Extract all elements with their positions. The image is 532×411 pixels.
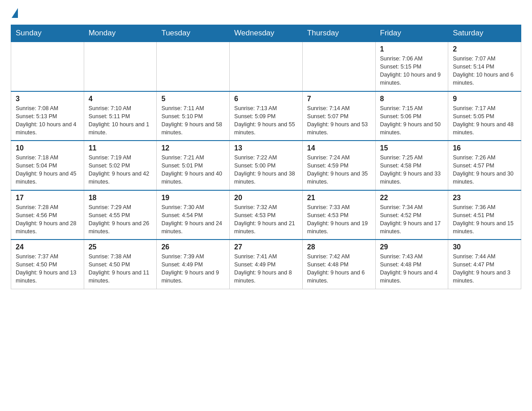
day-number: 19 [161, 194, 225, 202]
calendar-week-5: 24Sunrise: 7:37 AMSunset: 4:50 PMDayligh… [11, 240, 521, 289]
day-info: Sunrise: 7:21 AMSunset: 5:01 PMDaylight:… [161, 154, 225, 186]
day-number: 14 [307, 144, 371, 152]
calendar-week-1: 1Sunrise: 7:06 AMSunset: 5:15 PMDaylight… [11, 42, 521, 91]
weekday-header-sunday: Sunday [11, 25, 84, 42]
calendar-cell: 17Sunrise: 7:28 AMSunset: 4:56 PMDayligh… [11, 190, 84, 240]
day-info: Sunrise: 7:07 AMSunset: 5:14 PMDaylight:… [453, 55, 516, 87]
calendar-cell: 20Sunrise: 7:32 AMSunset: 4:53 PMDayligh… [230, 190, 303, 240]
day-info: Sunrise: 7:41 AMSunset: 4:49 PMDaylight:… [234, 253, 298, 285]
day-info: Sunrise: 7:38 AMSunset: 4:50 PMDaylight:… [89, 253, 152, 285]
day-number: 3 [16, 95, 79, 103]
day-number: 16 [453, 144, 516, 152]
calendar-table: SundayMondayTuesdayWednesdayThursdayFrid… [11, 25, 521, 289]
day-info: Sunrise: 7:17 AMSunset: 5:05 PMDaylight:… [453, 104, 516, 137]
day-number: 18 [89, 194, 152, 202]
calendar-cell: 7Sunrise: 7:14 AMSunset: 5:07 PMDaylight… [302, 91, 375, 141]
calendar-cell: 5Sunrise: 7:11 AMSunset: 5:10 PMDaylight… [157, 91, 230, 141]
day-info: Sunrise: 7:33 AMSunset: 4:53 PMDaylight:… [307, 203, 371, 236]
day-info: Sunrise: 7:42 AMSunset: 4:48 PMDaylight:… [307, 253, 371, 285]
calendar-cell: 22Sunrise: 7:34 AMSunset: 4:52 PMDayligh… [375, 190, 448, 240]
day-number: 15 [380, 144, 444, 152]
day-info: Sunrise: 7:26 AMSunset: 4:57 PMDaylight:… [453, 154, 516, 186]
calendar-cell: 28Sunrise: 7:42 AMSunset: 4:48 PMDayligh… [302, 240, 375, 289]
calendar-cell: 21Sunrise: 7:33 AMSunset: 4:53 PMDayligh… [302, 190, 375, 240]
day-info: Sunrise: 7:08 AMSunset: 5:13 PMDaylight:… [16, 104, 79, 137]
day-info: Sunrise: 7:22 AMSunset: 5:00 PMDaylight:… [234, 154, 298, 186]
calendar-cell [302, 42, 375, 91]
weekday-header-wednesday: Wednesday [230, 25, 303, 42]
day-info: Sunrise: 7:25 AMSunset: 4:58 PMDaylight:… [380, 154, 444, 186]
day-number: 13 [234, 144, 298, 152]
weekday-header-saturday: Saturday [448, 25, 521, 42]
day-number: 7 [307, 95, 371, 103]
calendar-cell: 29Sunrise: 7:43 AMSunset: 4:48 PMDayligh… [375, 240, 448, 289]
calendar-week-2: 3Sunrise: 7:08 AMSunset: 5:13 PMDaylight… [11, 91, 521, 141]
calendar-cell [157, 42, 230, 91]
calendar-week-3: 10Sunrise: 7:18 AMSunset: 5:04 PMDayligh… [11, 141, 521, 190]
day-info: Sunrise: 7:39 AMSunset: 4:49 PMDaylight:… [161, 253, 225, 285]
calendar-cell: 23Sunrise: 7:36 AMSunset: 4:51 PMDayligh… [448, 190, 521, 240]
day-info: Sunrise: 7:37 AMSunset: 4:50 PMDaylight:… [16, 253, 79, 285]
logo-wordmark [11, 8, 19, 18]
day-number: 30 [453, 243, 516, 251]
calendar-cell: 24Sunrise: 7:37 AMSunset: 4:50 PMDayligh… [11, 240, 84, 289]
day-info: Sunrise: 7:36 AMSunset: 4:51 PMDaylight:… [453, 203, 516, 236]
day-info: Sunrise: 7:15 AMSunset: 5:06 PMDaylight:… [380, 104, 444, 137]
weekday-header-monday: Monday [84, 25, 157, 42]
day-number: 6 [234, 95, 298, 103]
calendar-cell: 1Sunrise: 7:06 AMSunset: 5:15 PMDaylight… [375, 42, 448, 91]
calendar-cell: 12Sunrise: 7:21 AMSunset: 5:01 PMDayligh… [157, 141, 230, 190]
weekday-header-tuesday: Tuesday [157, 25, 230, 42]
day-info: Sunrise: 7:19 AMSunset: 5:02 PMDaylight:… [89, 154, 152, 186]
day-number: 5 [161, 95, 225, 103]
calendar-cell: 27Sunrise: 7:41 AMSunset: 4:49 PMDayligh… [230, 240, 303, 289]
calendar-cell: 25Sunrise: 7:38 AMSunset: 4:50 PMDayligh… [84, 240, 157, 289]
calendar-cell: 8Sunrise: 7:15 AMSunset: 5:06 PMDaylight… [375, 91, 448, 141]
day-info: Sunrise: 7:11 AMSunset: 5:10 PMDaylight:… [161, 104, 225, 137]
calendar-cell [11, 42, 84, 91]
day-number: 1 [380, 45, 444, 53]
day-number: 2 [453, 45, 516, 53]
day-info: Sunrise: 7:28 AMSunset: 4:56 PMDaylight:… [16, 203, 79, 236]
day-number: 21 [307, 194, 371, 202]
day-info: Sunrise: 7:30 AMSunset: 4:54 PMDaylight:… [161, 203, 225, 236]
day-info: Sunrise: 7:32 AMSunset: 4:53 PMDaylight:… [234, 203, 298, 236]
page: SundayMondayTuesdayWednesdayThursdayFrid… [0, 0, 532, 411]
calendar-cell: 11Sunrise: 7:19 AMSunset: 5:02 PMDayligh… [84, 141, 157, 190]
calendar-cell [230, 42, 303, 91]
calendar-cell: 4Sunrise: 7:10 AMSunset: 5:11 PMDaylight… [84, 91, 157, 141]
day-number: 23 [453, 194, 516, 202]
header [11, 8, 521, 19]
calendar-cell: 6Sunrise: 7:13 AMSunset: 5:09 PMDaylight… [230, 91, 303, 141]
day-info: Sunrise: 7:14 AMSunset: 5:07 PMDaylight:… [307, 104, 371, 137]
day-info: Sunrise: 7:10 AMSunset: 5:11 PMDaylight:… [89, 104, 152, 137]
day-number: 24 [16, 243, 79, 251]
day-number: 26 [161, 243, 225, 251]
day-number: 29 [380, 243, 444, 251]
day-number: 8 [380, 95, 444, 103]
calendar-week-4: 17Sunrise: 7:28 AMSunset: 4:56 PMDayligh… [11, 190, 521, 240]
calendar-cell: 15Sunrise: 7:25 AMSunset: 4:58 PMDayligh… [375, 141, 448, 190]
calendar-cell: 10Sunrise: 7:18 AMSunset: 5:04 PMDayligh… [11, 141, 84, 190]
day-number: 11 [89, 144, 152, 152]
day-number: 12 [161, 144, 225, 152]
day-info: Sunrise: 7:44 AMSunset: 4:47 PMDaylight:… [453, 253, 516, 285]
day-number: 10 [16, 144, 79, 152]
logo [11, 8, 19, 19]
day-info: Sunrise: 7:24 AMSunset: 4:59 PMDaylight:… [307, 154, 371, 186]
calendar-cell: 30Sunrise: 7:44 AMSunset: 4:47 PMDayligh… [448, 240, 521, 289]
weekday-header-friday: Friday [375, 25, 448, 42]
weekday-header-thursday: Thursday [302, 25, 375, 42]
day-info: Sunrise: 7:18 AMSunset: 5:04 PMDaylight:… [16, 154, 79, 186]
calendar-cell: 2Sunrise: 7:07 AMSunset: 5:14 PMDaylight… [448, 42, 521, 91]
day-info: Sunrise: 7:34 AMSunset: 4:52 PMDaylight:… [380, 203, 444, 236]
day-number: 20 [234, 194, 298, 202]
calendar-cell: 19Sunrise: 7:30 AMSunset: 4:54 PMDayligh… [157, 190, 230, 240]
calendar-cell: 14Sunrise: 7:24 AMSunset: 4:59 PMDayligh… [302, 141, 375, 190]
day-number: 25 [89, 243, 152, 251]
day-info: Sunrise: 7:13 AMSunset: 5:09 PMDaylight:… [234, 104, 298, 137]
day-number: 28 [307, 243, 371, 251]
day-number: 22 [380, 194, 444, 202]
day-info: Sunrise: 7:06 AMSunset: 5:15 PMDaylight:… [380, 55, 444, 87]
calendar-cell: 13Sunrise: 7:22 AMSunset: 5:00 PMDayligh… [230, 141, 303, 190]
